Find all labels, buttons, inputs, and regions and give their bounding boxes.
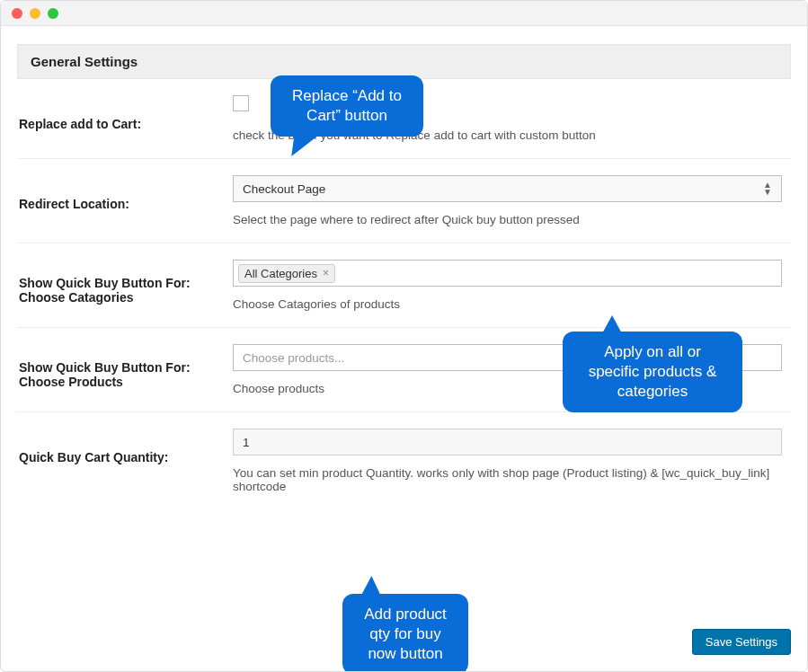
label-redirect: Redirect Location: (17, 175, 233, 211)
label-products: Show Quick Buy Button For: Choose Produc… (17, 344, 233, 389)
callout-qty-text: Add product qty for buy now button (364, 606, 447, 662)
label-quantity: Quick Buy Cart Quantity: (17, 429, 233, 464)
replace-checkbox[interactable] (233, 95, 249, 111)
content-area: General Settings Replace add to Cart: ch… (1, 26, 807, 671)
redirect-desc: Select the page where to redirect after … (233, 213, 782, 226)
maximize-icon[interactable] (48, 8, 58, 19)
field-redirect: Checkout Page ▲▼ Select the page where t… (233, 175, 791, 226)
close-icon[interactable] (12, 8, 22, 19)
callout-apply-text: Apply on all or specific products & cate… (589, 343, 717, 400)
category-tag: All Categories × (238, 264, 335, 283)
minimize-icon[interactable] (30, 8, 40, 19)
categories-desc: Choose Catagories of products (233, 297, 782, 311)
quantity-desc: You can set min product Quantity. works … (233, 466, 782, 493)
quantity-value: 1 (243, 436, 250, 449)
label-replace: Replace add to Cart: (17, 95, 233, 131)
remove-tag-icon[interactable]: × (323, 267, 329, 279)
callout-apply: Apply on all or specific products & cate… (563, 332, 742, 412)
category-tag-label: All Categories (244, 267, 317, 280)
redirect-select[interactable]: Checkout Page ▲▼ (233, 175, 782, 202)
field-quantity: 1 You can set min product Quantity. work… (233, 429, 791, 493)
settings-window: General Settings Replace add to Cart: ch… (0, 0, 808, 672)
products-placeholder: Choose products... (243, 351, 344, 365)
field-categories: All Categories × Choose Catagories of pr… (233, 260, 791, 311)
select-chevron-icon: ▲▼ (763, 181, 772, 196)
callout-replace: Replace “Add to Cart” button (271, 75, 423, 137)
label-categories: Show Quick Buy Button For: Choose Catago… (17, 260, 233, 305)
section-header: General Settings (17, 44, 791, 79)
redirect-select-value: Checkout Page (243, 182, 325, 196)
callout-tail-icon (360, 576, 390, 597)
row-redirect-location: Redirect Location: Checkout Page ▲▼ Sele… (17, 159, 791, 243)
quantity-input[interactable]: 1 (233, 429, 782, 455)
window-titlebar (1, 1, 807, 26)
save-settings-button[interactable]: Save Settings (692, 629, 791, 655)
row-choose-categories: Show Quick Buy Button For: Choose Catago… (17, 243, 791, 328)
callout-qty: Add product qty for buy now button (342, 594, 468, 672)
categories-tag-input[interactable]: All Categories × (233, 260, 782, 287)
callout-replace-text: Replace “Add to Cart” button (292, 87, 402, 124)
row-quantity: Quick Buy Cart Quantity: 1 You can set m… (17, 412, 791, 509)
